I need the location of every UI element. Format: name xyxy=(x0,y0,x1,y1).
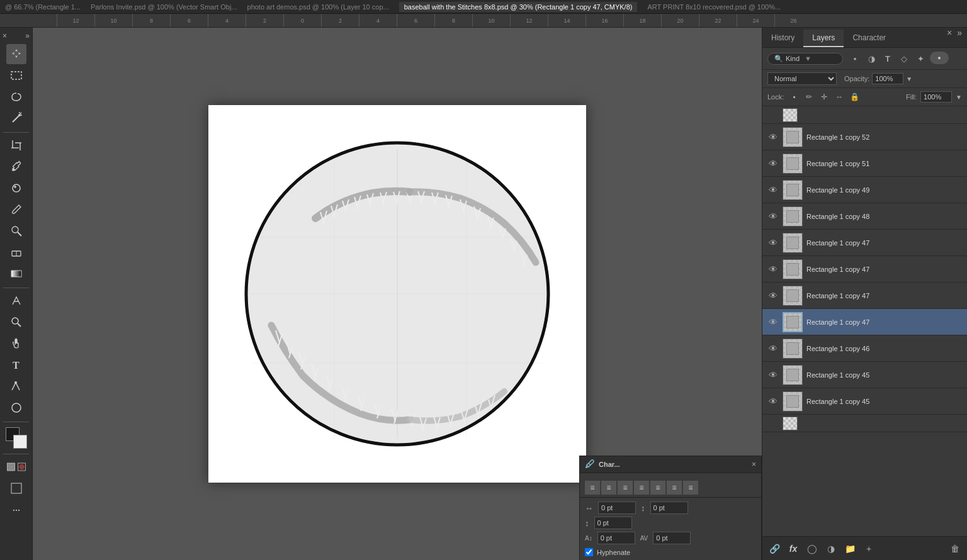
layer-visibility-toggle[interactable]: 👁 xyxy=(767,290,779,301)
align-right-btn[interactable]: ≡ xyxy=(618,481,633,495)
eraser-tool-btn[interactable] xyxy=(6,242,26,262)
list-item[interactable]: 👁 Rectangle 1 copy 45 xyxy=(762,362,967,388)
zoom-tool-btn[interactable] xyxy=(6,312,26,332)
layer-visibility-toggle[interactable]: 👁 xyxy=(767,343,779,354)
clone-stamp-btn[interactable] xyxy=(6,221,26,241)
layer-visibility-toggle[interactable]: 👁 xyxy=(767,237,779,249)
layer-visibility-toggle[interactable]: 👁 xyxy=(767,316,779,328)
character-panel-close[interactable]: × xyxy=(752,460,756,469)
justify-left-btn[interactable]: ≡ xyxy=(634,481,649,495)
screen-mode-btn[interactable] xyxy=(6,478,26,498)
panel-expand-btn[interactable]: » xyxy=(957,28,962,38)
fill-dropdown-icon[interactable]: ▼ xyxy=(956,94,962,101)
layer-visibility-toggle[interactable]: 👁 xyxy=(767,369,779,381)
opacity-input[interactable] xyxy=(872,73,903,84)
layer-name-text: Rectangle 1 copy 45 xyxy=(806,398,962,405)
text-filter-icon[interactable]: T xyxy=(881,52,895,65)
list-item[interactable]: 👁 Rectangle 1 copy 47 xyxy=(762,309,967,335)
align-left-btn[interactable]: ≡ xyxy=(585,481,600,495)
move-tool-btn[interactable] xyxy=(6,44,26,64)
justify-center-btn[interactable]: ≡ xyxy=(650,481,665,495)
background-color[interactable] xyxy=(13,435,27,449)
layer-fx-btn[interactable]: fx xyxy=(786,542,800,556)
filter-toggle[interactable]: ● xyxy=(930,52,949,64)
list-item[interactable]: 👁 Rectangle 1 copy 47 xyxy=(762,230,967,256)
hyphenate-checkbox[interactable] xyxy=(585,548,593,556)
pixel-filter-icon[interactable]: ▪ xyxy=(848,52,862,65)
tracking-input[interactable] xyxy=(650,501,688,514)
tsume-input[interactable] xyxy=(653,532,691,544)
layer-mask-btn[interactable]: ◯ xyxy=(805,542,819,556)
shape-filter-icon[interactable]: ◇ xyxy=(897,52,911,65)
adjustment-filter-icon[interactable]: ◑ xyxy=(864,52,878,65)
toolbar-close-btn[interactable]: × xyxy=(3,31,7,40)
title-tab-2[interactable]: Parlons Invite.psd @ 100% (Vector Smart … xyxy=(91,3,237,11)
tab-layers[interactable]: Layers xyxy=(803,30,844,47)
align-center-btn[interactable]: ≡ xyxy=(601,481,616,495)
lock-position-btn[interactable]: ✛ xyxy=(818,91,830,103)
shape-tool-btn[interactable] xyxy=(6,398,26,418)
canvas-document xyxy=(208,105,586,483)
blend-mode-select[interactable]: Normal xyxy=(767,72,837,85)
list-item[interactable]: 👁 xyxy=(762,106,967,124)
lock-all-btn[interactable]: 🔒 xyxy=(848,91,861,103)
list-item[interactable]: 👁 Rectangle 1 copy 47 xyxy=(762,283,967,309)
toolbar-expand-btn[interactable]: » xyxy=(25,31,30,40)
title-tab-1[interactable]: @ 66.7% (Rectangle 1... xyxy=(5,3,81,11)
tab-character[interactable]: Character xyxy=(844,30,895,47)
layer-visibility-toggle[interactable]: 👁 xyxy=(767,184,779,196)
healing-tool-btn[interactable] xyxy=(6,178,26,198)
path-selection-btn[interactable] xyxy=(6,376,26,396)
layers-kind-filter[interactable]: 🔍 Kind ▼ xyxy=(767,53,843,65)
baseline-input[interactable] xyxy=(597,532,635,544)
layer-delete-btn[interactable]: 🗑 xyxy=(948,542,962,556)
gradient-tool-btn[interactable] xyxy=(6,264,26,284)
justify-right-btn[interactable]: ≡ xyxy=(667,481,682,495)
fill-input[interactable] xyxy=(920,91,952,103)
list-item[interactable]: 👁 Rectangle 1 copy 48 xyxy=(762,203,967,230)
title-tab-active[interactable]: baseball with the Stitches 8x8.psd @ 30%… xyxy=(399,2,638,12)
layer-link-btn[interactable]: 🔗 xyxy=(767,542,781,556)
justify-all-btn[interactable]: ≡ xyxy=(683,481,698,495)
quick-mask-btn[interactable] xyxy=(6,457,26,477)
layers-list[interactable]: 👁 👁 Rectangle 1 copy 52 👁 xyxy=(762,106,967,536)
color-swatch[interactable] xyxy=(6,427,27,449)
hand-tool-btn[interactable] xyxy=(6,333,26,354)
list-item[interactable]: 👁 Rectangle 1 copy 51 xyxy=(762,150,967,177)
list-item[interactable]: 👁 Rectangle 1 copy 52 xyxy=(762,124,967,150)
tab-history[interactable]: History xyxy=(762,30,803,47)
brush-tool-btn[interactable] xyxy=(6,199,26,220)
title-tab-5[interactable]: ART PRINT 8x10 recovered.psd @ 100%... xyxy=(647,3,781,11)
marquee-tool-btn[interactable] xyxy=(6,65,26,86)
list-item[interactable]: 👁 Rectangle 1 copy 46 xyxy=(762,335,967,362)
list-item[interactable]: 👁 xyxy=(762,415,967,432)
lasso-tool-btn[interactable] xyxy=(6,87,26,107)
vscale-input[interactable] xyxy=(594,517,632,529)
layer-visibility-toggle[interactable]: 👁 xyxy=(767,264,779,275)
layer-visibility-toggle[interactable]: 👁 xyxy=(767,211,779,222)
pen-tool-btn[interactable] xyxy=(6,291,26,311)
layer-folder-btn[interactable]: 📁 xyxy=(843,542,857,556)
lock-image-btn[interactable]: ✏ xyxy=(803,91,815,103)
layer-visibility-toggle[interactable]: 👁 xyxy=(767,396,779,407)
lock-transparent-btn[interactable]: ▪ xyxy=(788,91,800,103)
eyedropper-tool-btn[interactable] xyxy=(6,157,26,177)
kind-dropdown-icon[interactable]: ▼ xyxy=(805,55,811,62)
list-item[interactable]: 👁 Rectangle 1 copy 45 xyxy=(762,388,967,415)
crop-tool-btn[interactable] xyxy=(6,135,26,155)
list-item[interactable]: 👁 Rectangle 1 copy 49 xyxy=(762,177,967,203)
wand-tool-btn[interactable] xyxy=(6,108,26,128)
text-tool-btn[interactable]: T xyxy=(6,355,26,375)
layer-new-btn[interactable]: + xyxy=(862,542,876,556)
list-item[interactable]: 👁 Rectangle 1 copy 47 xyxy=(762,256,967,283)
opacity-dropdown-icon[interactable]: ▼ xyxy=(906,76,912,82)
title-tab-3[interactable]: photo art demos.psd @ 100% (Layer 10 cop… xyxy=(247,3,389,11)
layer-adjustment-btn[interactable]: ◑ xyxy=(824,542,838,556)
layer-visibility-toggle[interactable]: 👁 xyxy=(767,158,779,169)
smart-filter-icon[interactable]: ✦ xyxy=(913,52,927,65)
panel-close-btn[interactable]: × xyxy=(947,28,952,38)
kerning-input[interactable] xyxy=(598,501,636,514)
lock-artboard-btn[interactable]: ↔ xyxy=(833,91,845,103)
layer-visibility-toggle[interactable]: 👁 xyxy=(767,132,779,143)
more-options-btn[interactable]: ··· xyxy=(6,500,26,520)
